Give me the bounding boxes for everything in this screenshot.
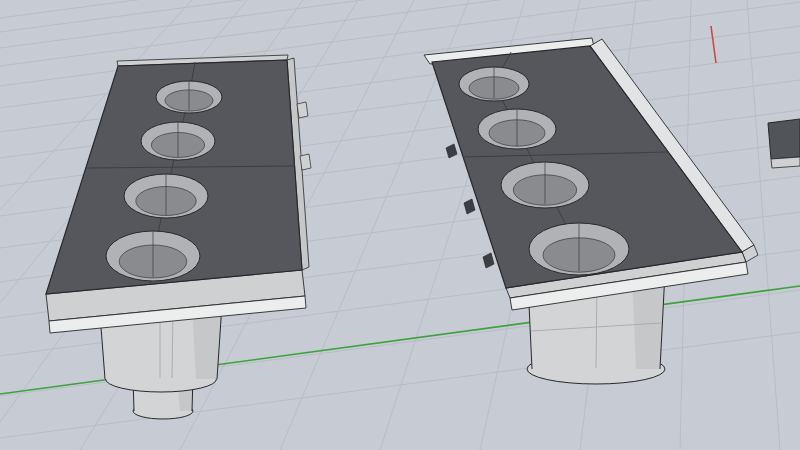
edge-object-face <box>768 119 800 159</box>
viewport-canvas[interactable] <box>0 0 800 450</box>
edge-object-side <box>771 157 800 168</box>
left-hole-2 <box>141 122 215 160</box>
right-hole-3 <box>501 162 589 208</box>
edge-object[interactable] <box>768 119 800 168</box>
left-hole-1 <box>156 81 222 113</box>
viewport[interactable] <box>0 0 800 450</box>
right-hole-1 <box>459 67 529 101</box>
left-plate-tab-1 <box>297 102 308 118</box>
right-hole-4 <box>529 223 629 275</box>
left-hole-4 <box>106 231 200 281</box>
left-plate-tab-2 <box>300 154 311 170</box>
right-hole-2 <box>478 109 556 149</box>
left-hole-3 <box>124 174 208 218</box>
